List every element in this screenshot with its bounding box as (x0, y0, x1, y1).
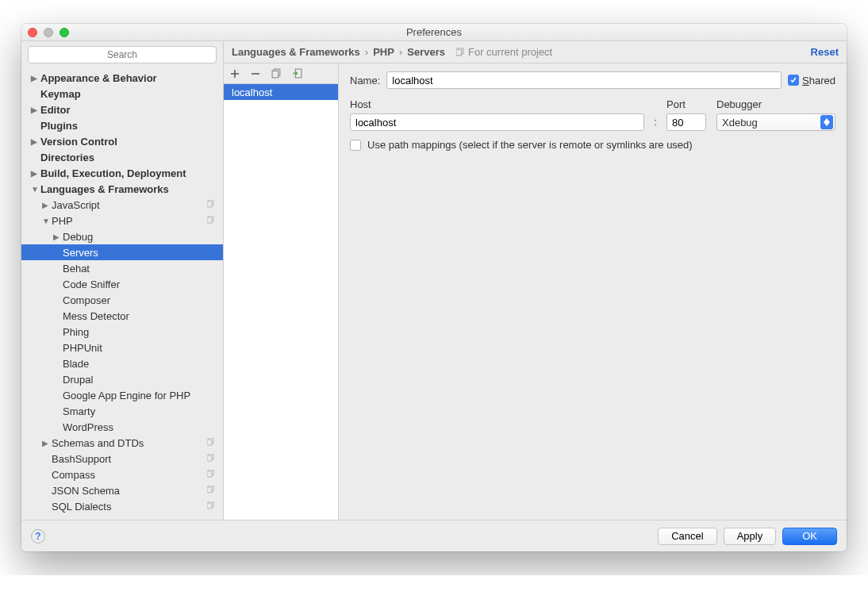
label: Phing (63, 326, 89, 338)
sidebar-item-php-blade[interactable]: Blade (21, 355, 223, 371)
window-controls (28, 28, 69, 37)
sidebar-item-bash[interactable]: BashSupport (21, 451, 223, 467)
sidebar-item-php-behat[interactable]: Behat (21, 260, 223, 276)
sidebar-item-php-phing[interactable]: Phing (21, 324, 223, 340)
sidebar-item-php[interactable]: PHP (21, 213, 223, 229)
bc-a[interactable]: Languages & Frameworks (232, 46, 360, 58)
import-icon[interactable] (290, 67, 303, 80)
label: Behat (63, 263, 90, 275)
label: Directories (40, 152, 94, 163)
select-knob-icon (820, 115, 833, 129)
server-label: localhost (232, 86, 272, 98)
label: Compass (52, 469, 95, 481)
sidebar-item-appearance[interactable]: Appearance & Behavior (21, 70, 223, 86)
sidebar-item-php-wordpress[interactable]: WordPress (21, 419, 223, 435)
label: Schemas and DTDs (52, 437, 144, 449)
label: Appearance & Behavior (40, 72, 157, 84)
sidebar-item-php-debug[interactable]: Debug (21, 229, 223, 244)
chevron-icon: › (365, 46, 368, 58)
search-wrap (21, 41, 223, 68)
project-icon (207, 486, 217, 495)
project-icon (207, 216, 217, 225)
project-icon (207, 200, 217, 209)
name-row: Name: Shared (350, 71, 835, 89)
sidebar-item-plugins[interactable]: Plugins (21, 117, 223, 133)
svg-rect-1 (207, 202, 212, 207)
apply-button[interactable]: Apply (724, 528, 777, 545)
label: Build, Execution, Deployment (40, 167, 186, 179)
sidebar-item-vcs[interactable]: Version Control (21, 133, 223, 149)
cancel-button[interactable]: Cancel (658, 528, 716, 545)
sidebar-item-php-mess[interactable]: Mess Detector (21, 308, 223, 324)
project-icon (207, 501, 217, 511)
debugger-value: Xdebug (722, 117, 758, 129)
copy-icon[interactable] (270, 67, 282, 80)
preferences-window: Preferences Appearance & Behavior Keymap… (21, 24, 847, 551)
label: WordPress (63, 421, 113, 433)
label: SQL Dialects (52, 501, 111, 513)
label: JavaScript (52, 199, 100, 211)
shared-checkbox[interactable] (788, 75, 799, 86)
sidebar-item-schemas[interactable]: Schemas and DTDs (21, 435, 223, 451)
server-list[interactable]: localhost (224, 84, 338, 520)
sidebar-item-php-codesniffer[interactable]: Code Sniffer (21, 276, 223, 292)
sidebar-item-php-phpunit[interactable]: PHPUnit (21, 340, 223, 355)
settings-tree[interactable]: Appearance & Behavior Keymap Editor Plug… (21, 68, 223, 520)
add-icon[interactable] (229, 67, 241, 80)
label: Mess Detector (63, 310, 129, 322)
bc-b[interactable]: PHP (373, 46, 394, 58)
svg-rect-7 (207, 455, 212, 461)
host-input[interactable] (350, 113, 644, 131)
search-input[interactable] (28, 46, 217, 63)
host-col: Host (350, 98, 644, 131)
sidebar-item-php-drupal[interactable]: Drupal (21, 371, 223, 387)
sidebar-item-compass[interactable]: Compass (21, 467, 223, 482)
sidebar-item-php-composer[interactable]: Composer (21, 292, 223, 308)
label: Composer (63, 294, 110, 306)
project-icon (456, 48, 465, 56)
label: Blade (63, 358, 89, 370)
sidebar-item-json[interactable]: JSON Schema (21, 482, 223, 498)
port-input[interactable] (666, 113, 706, 131)
pathmap-row[interactable]: Use path mappings (select if the server … (350, 139, 835, 151)
name-label: Name: (350, 75, 380, 86)
shared-wrap[interactable]: Shared (788, 75, 835, 86)
reset-link[interactable]: Reset (811, 46, 839, 58)
sidebar-item-sql[interactable]: SQL Dialects (21, 498, 223, 514)
sidebar-item-javascript[interactable]: JavaScript (21, 197, 223, 213)
port-label: Port (666, 98, 710, 110)
scope-text: For current project (468, 46, 552, 58)
debugger-select[interactable]: Xdebug (716, 113, 835, 131)
minimize-icon[interactable] (44, 28, 53, 37)
label: Languages & Frameworks (40, 183, 169, 195)
close-icon[interactable] (28, 28, 37, 37)
sidebar-item-php-smarty[interactable]: Smarty (21, 403, 223, 419)
label: JSON Schema (52, 485, 120, 497)
window-title: Preferences (406, 26, 462, 38)
sidebar-item-editor[interactable]: Editor (21, 102, 223, 117)
sidebar-item-directories[interactable]: Directories (21, 149, 223, 165)
sidebar-item-php-gae[interactable]: Google App Engine for PHP (21, 387, 223, 403)
main-panel: Languages & Frameworks › PHP › Servers F… (224, 41, 847, 520)
server-item-localhost[interactable]: localhost (224, 84, 338, 100)
sidebar-item-langs[interactable]: Languages & Frameworks (21, 181, 223, 197)
debugger-label: Debugger (716, 98, 835, 110)
sidebar-item-php-servers[interactable]: Servers (21, 244, 223, 260)
help-icon[interactable]: ? (31, 529, 45, 543)
sidebar-item-build[interactable]: Build, Execution, Deployment (21, 165, 223, 181)
breadcrumb-row: Languages & Frameworks › PHP › Servers F… (224, 41, 847, 63)
scope-indicator: For current project (456, 46, 552, 58)
pathmap-checkbox[interactable] (350, 140, 361, 151)
breadcrumb: Languages & Frameworks › PHP › Servers F… (232, 46, 552, 58)
content: Appearance & Behavior Keymap Editor Plug… (21, 41, 847, 520)
zoom-icon[interactable] (60, 28, 69, 37)
sidebar-item-keymap[interactable]: Keymap (21, 86, 223, 102)
port-col: Port (666, 98, 710, 131)
remove-icon[interactable] (249, 67, 262, 80)
footer: ? Cancel Apply OK (21, 520, 847, 551)
ok-button[interactable]: OK (782, 528, 837, 545)
name-input[interactable] (386, 71, 782, 89)
label: Version Control (40, 136, 117, 148)
label: Plugins (40, 120, 78, 132)
project-icon (207, 438, 217, 447)
